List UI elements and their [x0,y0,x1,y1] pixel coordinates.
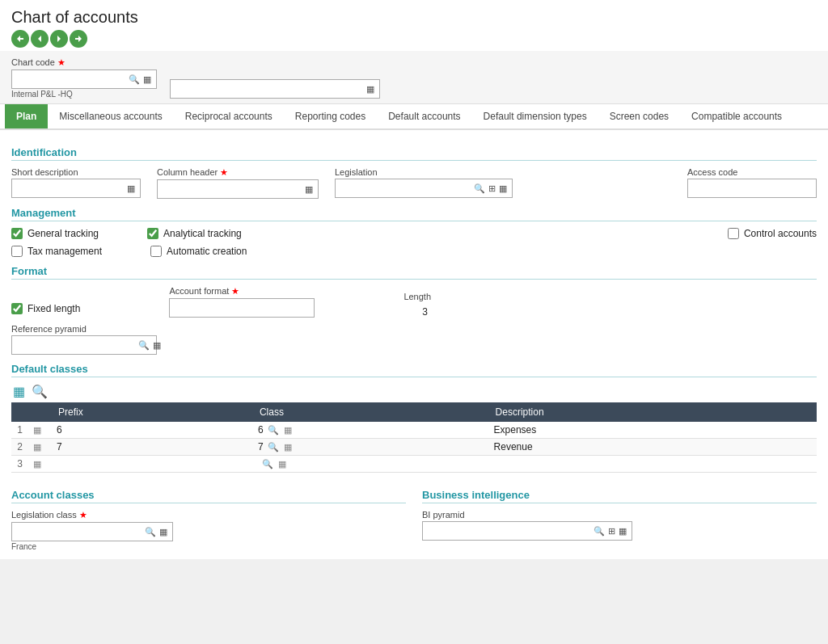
last-button[interactable] [70,30,87,48]
chart-code-hint: Internal P&L -HQ [11,90,157,99]
prev-button[interactable] [31,30,49,48]
tab-dimension[interactable]: Default dimension types [472,104,598,128]
ref-pyramid-search-icon[interactable]: 🔍 [137,340,151,351]
column-header-input-wrap: Internal PL ▦ [157,179,319,199]
analytical-tracking-label: Analytical tracking [163,228,242,239]
reference-pyramid-input[interactable] [15,339,137,351]
format-title: Format [11,265,817,280]
access-code-input-wrap [687,179,817,198]
page-title: Chart of accounts [11,8,817,27]
legislation-grid-icon[interactable]: ▦ [497,183,509,194]
tax-management-checkbox[interactable] [11,246,23,257]
row1-grid-icon[interactable]: ▦ [32,425,42,436]
tab-default-accounts[interactable]: Default accounts [377,104,471,128]
row1-class-grid[interactable]: ▦ [283,425,293,436]
row2-class-search[interactable]: 🔍 [267,442,280,452]
column-header-input[interactable]: Internal PL [161,183,303,195]
length-value: 3 [403,303,431,318]
page-header: Chart of accounts [0,0,828,51]
bi-pyramid-zoom-icon[interactable]: ⊞ [606,526,617,537]
row2-class-grid[interactable]: ▦ [283,442,293,452]
default-classes-title: Default classes [11,363,817,377]
management-row-2: Tax management Automatic creation [11,246,817,257]
fixed-length-checkbox[interactable] [11,303,23,314]
row2-description: Revenue [494,441,533,452]
legislation-class-input[interactable]: FRA [15,526,143,537]
col-header-grid-icon[interactable]: ▦ [303,184,315,195]
first-button[interactable] [11,30,29,48]
short-description-input[interactable]: Internal PL [15,183,125,194]
general-tracking-item[interactable]: General tracking [11,228,99,239]
tax-management-label: Tax management [27,246,102,257]
svg-marker-2 [57,36,61,42]
legislation-class-input-wrap: FRA 🔍 ▦ [11,522,173,541]
default-classes-table: Prefix Class Description 1 ▦ 6 6 🔍 ▦ [11,402,817,473]
table-grid-icon[interactable]: ▦ [11,384,27,399]
tab-reciprocal[interactable]: Reciprocal accounts [174,104,284,128]
tab-screen[interactable]: Screen codes [598,104,680,128]
chart-code-input[interactable]: INT [15,74,127,85]
leg-class-search-icon[interactable]: 🔍 [143,527,158,537]
table-row: 3 ▦ 🔍 ▦ [11,456,817,473]
tab-reporting[interactable]: Reporting codes [284,104,377,128]
chart-name-grid-icon[interactable]: ▦ [365,84,376,95]
row1-class-search[interactable]: 🔍 [267,425,280,436]
analytical-tracking-item[interactable]: Analytical tracking [147,228,242,239]
tab-compatible[interactable]: Compatible accounts [680,104,793,128]
default-classes-section: ▦ 🔍 Prefix Class Description 1 ▦ 6 [11,384,817,473]
general-tracking-checkbox[interactable] [11,228,23,239]
bi-title: Business intelligence [422,489,817,503]
row3-class-search[interactable]: 🔍 [261,459,274,469]
identification-fields: Short description Internal PL ▦ Column h… [11,167,817,199]
chart-name-input-wrap: Internal P&L -HQ ▦ [170,79,380,99]
table-toolbar: ▦ 🔍 [11,384,817,399]
short-description-label: Short description [11,167,141,177]
column-header-group: Column header ★ Internal PL ▦ [157,167,319,199]
row1-class: 6 [258,424,264,436]
tab-plan[interactable]: Plan [5,104,48,128]
automatic-creation-item[interactable]: Automatic creation [150,246,247,257]
legislation-search-icon[interactable]: 🔍 [472,183,487,194]
row3-grid-icon[interactable]: ▦ [32,459,42,469]
row2-grid-icon[interactable]: ▦ [32,442,42,452]
chart-code-grid-icon[interactable]: ▦ [142,74,153,85]
tax-management-item[interactable]: Tax management [11,246,102,257]
svg-marker-1 [38,36,41,42]
access-code-input[interactable] [691,183,813,194]
col-description: Description [489,402,817,422]
navigation-buttons [11,30,817,48]
chart-code-search-icon[interactable]: 🔍 [127,74,142,85]
control-accounts-item[interactable]: Control accounts [728,228,817,239]
row3-class-grid[interactable]: ▦ [277,459,287,469]
management-title: Management [11,207,817,221]
col-class: Class [253,402,489,422]
legislation-input[interactable] [339,183,472,194]
automatic-creation-checkbox[interactable] [150,246,162,257]
bi-pyramid-label: BI pyramid [422,510,817,520]
bi-pyramid-grid-icon[interactable]: ▦ [617,526,628,537]
bi-pyramid-input[interactable] [426,525,592,537]
table-row: 1 ▦ 6 6 🔍 ▦ Expenses [11,422,817,439]
account-format-field: Account format ★ 3# [169,286,315,318]
row2-class: 7 [258,441,264,452]
tab-miscellaneous[interactable]: Miscellaneous accounts [48,104,173,128]
legislation-zoom-icon[interactable]: ⊞ [487,183,497,194]
table-search-icon[interactable]: 🔍 [30,384,49,399]
bi-pyramid-search-icon[interactable]: 🔍 [592,526,606,537]
chart-code-section: Chart code ★ INT 🔍 ▦ Internal P&L -HQ In… [0,51,828,104]
fixed-length-item[interactable]: Fixed length [11,303,80,314]
control-accounts-checkbox[interactable] [728,228,739,239]
account-format-label: Account format ★ [169,286,315,297]
analytical-tracking-checkbox[interactable] [147,228,158,239]
account-format-input[interactable]: 3# [169,298,315,318]
leg-class-grid-icon[interactable]: ▦ [158,527,169,537]
fixed-length-label: Fixed length [27,303,80,314]
ref-pyramid-grid-icon[interactable]: ▦ [151,340,163,351]
short-desc-grid-icon[interactable]: ▦ [125,183,137,194]
col-prefix: Prefix [52,402,253,422]
bottom-sections: Account classes Legislation class ★ FRA … [11,481,817,551]
chart-code-field: Chart code ★ INT 🔍 ▦ Internal P&L -HQ [11,57,157,99]
next-button[interactable] [50,30,68,48]
format-section: Fixed length Account format ★ 3# Length … [11,286,817,355]
chart-name-input[interactable]: Internal P&L -HQ [174,83,365,95]
